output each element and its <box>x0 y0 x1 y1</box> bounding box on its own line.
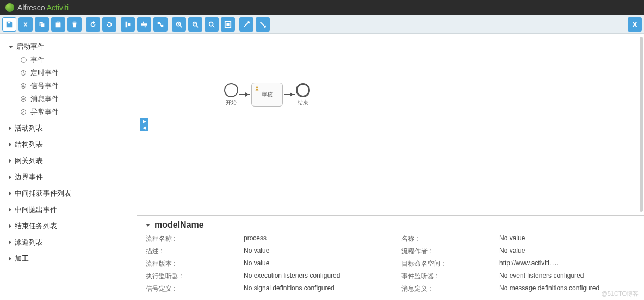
property-label: 描述 : <box>146 247 222 256</box>
property-value[interactable]: No value <box>499 234 635 243</box>
error-icon <box>20 108 27 116</box>
property-label: 流程版本 : <box>146 259 222 268</box>
svg-rect-11 <box>226 23 229 26</box>
palette-category[interactable]: 加工 <box>9 252 128 265</box>
property-label: 信号定义 : <box>146 284 222 293</box>
palette-item[interactable]: 消息事件 <box>20 92 128 105</box>
palette-category[interactable]: 中间捕获事件列表 <box>9 187 128 200</box>
property-value[interactable]: No value <box>244 259 380 268</box>
cut-button[interactable] <box>18 17 33 32</box>
palette-sidebar: 启动事件事件定时事件信号事件消息事件异常事件活动列表结构列表网关列表边界事件中间… <box>0 34 137 300</box>
property-value[interactable]: No signal definitions configured <box>244 284 380 293</box>
main-area: 启动事件事件定时事件信号事件消息事件异常事件活动列表结构列表网关列表边界事件中间… <box>0 34 644 300</box>
chevron-down-icon <box>146 224 150 227</box>
palette-category[interactable]: 活动列表 <box>9 122 128 135</box>
brand-text: Alfresco Activiti <box>17 3 69 12</box>
palette-item[interactable]: 定时事件 <box>20 66 128 79</box>
close-button[interactable]: X <box>628 17 642 32</box>
palette-category-label: 中间抛出事件 <box>15 205 57 215</box>
chevron-icon <box>9 142 11 147</box>
property-value[interactable]: No value <box>499 247 635 256</box>
start-event-node[interactable]: 开始 <box>224 83 238 107</box>
canvas[interactable]: ▶ ◀ 开始 审核 结束 <box>137 34 644 215</box>
circle-icon <box>20 56 27 64</box>
zoom-in-button[interactable] <box>172 17 186 32</box>
zoom-fit-button[interactable] <box>221 17 235 32</box>
svg-point-17 <box>256 86 258 88</box>
chevron-icon <box>9 208 11 212</box>
save-button[interactable] <box>2 17 16 32</box>
svg-rect-3 <box>143 21 144 23</box>
zoom-reset-button[interactable] <box>205 17 219 32</box>
properties-header[interactable]: modelName <box>146 220 635 230</box>
chevron-icon <box>9 126 11 130</box>
property-label: 执行监听器 : <box>146 272 222 281</box>
process-diagram: 开始 审核 结束 <box>224 83 310 107</box>
zoom-out-button[interactable] <box>188 17 202 32</box>
property-value[interactable]: No event listeners configured <box>499 272 635 281</box>
canvas-nav-arrows: ▶ ◀ <box>140 118 148 131</box>
property-value[interactable]: process <box>244 234 380 243</box>
palette-category-label: 结构列表 <box>15 140 43 149</box>
property-label: 流程名称 : <box>146 234 222 243</box>
palette-item-label: 事件 <box>30 55 45 65</box>
palette-category[interactable]: 泳道列表 <box>9 236 128 249</box>
bend-add-button[interactable] <box>239 17 253 32</box>
palette-category[interactable]: 中间抛出事件 <box>9 203 128 216</box>
property-value[interactable]: No execution listeners configured <box>244 272 380 281</box>
sequence-flow-icon[interactable] <box>284 94 295 95</box>
palette-item[interactable]: 异常事件 <box>20 105 128 118</box>
paste-button[interactable] <box>51 17 65 32</box>
chevron-icon <box>9 224 11 228</box>
delete-button[interactable] <box>67 17 82 32</box>
chevron-icon <box>9 257 11 261</box>
palette-item-label: 异常事件 <box>30 107 59 117</box>
property-value[interactable]: No value <box>244 247 380 256</box>
sequence-flow-icon[interactable] <box>239 94 250 95</box>
nav-right-icon[interactable]: ▶ <box>140 118 148 124</box>
align-button-1[interactable] <box>121 17 135 32</box>
palette-category-label: 边界事件 <box>15 172 43 182</box>
palette-item-label: 定时事件 <box>30 68 59 78</box>
palette-item[interactable]: 信号事件 <box>20 79 128 92</box>
palette-category[interactable]: 启动事件 <box>9 40 128 53</box>
properties-panel: modelName 流程名称 :process名称 :No value描述 :N… <box>137 215 644 300</box>
align-button-3[interactable] <box>153 17 168 32</box>
properties-title: modelName <box>154 220 204 230</box>
redo-button[interactable] <box>86 17 100 32</box>
svg-point-13 <box>21 84 26 89</box>
palette-category-label: 中间捕获事件列表 <box>15 189 71 198</box>
palette-item[interactable]: 事件 <box>20 53 128 66</box>
chevron-icon <box>9 240 11 245</box>
watermark: @51CTO博客 <box>602 290 639 298</box>
palette-item-label: 消息事件 <box>30 94 59 104</box>
bend-remove-button[interactable] <box>256 17 270 32</box>
palette-category[interactable]: 边界事件 <box>9 171 128 184</box>
copy-button[interactable] <box>35 17 49 32</box>
end-event-node[interactable]: 结束 <box>296 83 310 107</box>
property-label: 流程作者 : <box>401 247 478 256</box>
canvas-area: ▶ ◀ 开始 审核 结束 <box>137 34 644 300</box>
svg-rect-6 <box>161 24 163 27</box>
user-task-node[interactable]: 审核 <box>251 83 283 107</box>
palette-item-label: 信号事件 <box>30 81 59 91</box>
signal-icon <box>20 82 27 90</box>
palette-category-label: 网关列表 <box>15 156 43 166</box>
app-header: Alfresco Activiti <box>0 0 644 15</box>
user-icon <box>255 85 259 90</box>
svg-rect-5 <box>158 22 160 24</box>
svg-rect-0 <box>126 21 128 27</box>
nav-left-icon[interactable]: ◀ <box>140 124 148 131</box>
svg-rect-2 <box>141 23 147 26</box>
palette-category[interactable]: 结构列表 <box>9 138 128 151</box>
undo-button[interactable] <box>102 17 116 32</box>
property-value[interactable]: http://www.activiti. ... <box>499 259 635 268</box>
align-button-2[interactable] <box>137 17 151 32</box>
palette-category-label: 结束任务列表 <box>15 221 57 231</box>
property-label: 名称 : <box>401 234 478 243</box>
palette-category[interactable]: 结束任务列表 <box>9 220 128 233</box>
toolbar: X <box>0 15 644 34</box>
palette-category[interactable]: 网关列表 <box>9 154 128 167</box>
palette-category-label: 启动事件 <box>16 42 45 52</box>
chevron-icon <box>9 175 11 179</box>
